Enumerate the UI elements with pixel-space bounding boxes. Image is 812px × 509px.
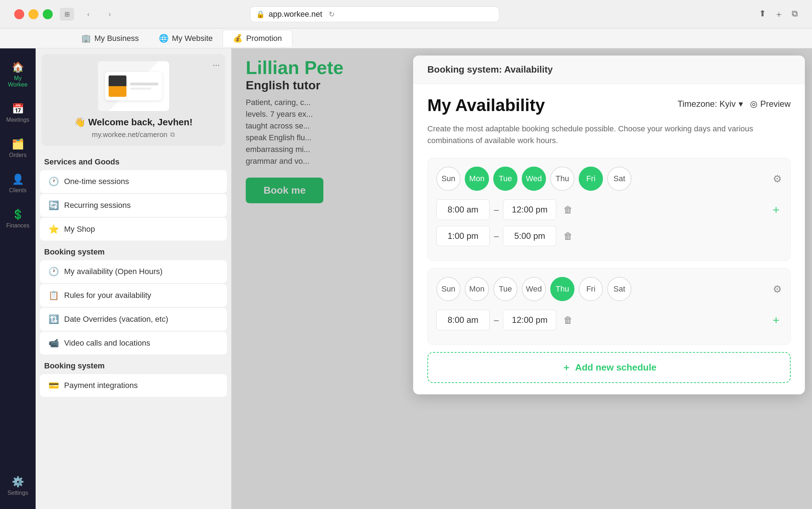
modal-header: Booking system: Availability — [413, 56, 805, 84]
time-dash-1-2: – — [494, 231, 499, 241]
day-wed-2[interactable]: Wed — [522, 277, 546, 301]
end-time-1-2[interactable]: 5:00 pm — [503, 226, 556, 246]
main-content: Lillian Pete English tutor Patient, cari… — [231, 48, 812, 509]
welcome-text: 👋 Welcome back, Jevhen! — [48, 117, 218, 128]
menu-item-one-time[interactable]: 🕐 One-time sessions — [40, 170, 227, 193]
day-sat-1[interactable]: Sat — [607, 167, 631, 191]
preview-button[interactable]: ◎ Preview — [750, 99, 791, 109]
maximize-button[interactable] — [43, 9, 53, 19]
tabs-icon[interactable]: ⧉ — [792, 9, 798, 20]
close-button[interactable] — [14, 9, 24, 19]
day-thu-1[interactable]: Thu — [550, 167, 574, 191]
delete-time-2-1[interactable]: 🗑 — [561, 312, 576, 329]
add-time-1[interactable]: ＋ — [770, 202, 782, 217]
clients-icon: 👤 — [12, 173, 24, 185]
menu-item-video-calls[interactable]: 📹 Video calls and locations — [40, 332, 227, 355]
plus-icon: ＋ — [562, 361, 571, 374]
browser-actions: ⬆ ＋ ⧉ — [759, 9, 798, 20]
chevron-down-icon: ▾ — [739, 99, 743, 109]
days-row-1: Sun Mon Tue Wed Thu Fri Sat ⚙ — [436, 167, 782, 191]
start-time-2-1[interactable]: 8:00 am — [436, 310, 490, 330]
day-mon-1[interactable]: Mon — [465, 167, 489, 191]
sidebar-item-orders[interactable]: 🗂️ Orders — [4, 132, 32, 164]
sidebar-item-clients[interactable]: 👤 Clients — [4, 168, 32, 199]
sidebar-item-finances[interactable]: 💲 Finances — [4, 203, 32, 235]
menu-item-availability[interactable]: 🕐 My availability (Open Hours) — [40, 260, 227, 283]
day-tue-2[interactable]: Tue — [493, 277, 517, 301]
copy-url-button[interactable]: ⧉ — [170, 131, 175, 138]
back-button[interactable]: ‹ — [81, 7, 95, 21]
preview-image — [98, 61, 169, 111]
preview-dial-icon: ◎ — [750, 99, 758, 109]
menu-item-payment[interactable]: 💳 Payment integrations — [40, 374, 227, 397]
sidebar-item-settings[interactable]: ⚙️ Settings — [4, 470, 32, 502]
clock-icon: 🕐 — [48, 177, 59, 187]
content-sidebar: ··· 👋 Welcome back, Jevhen! — [36, 48, 231, 509]
sidebar-item-meetings[interactable]: 📅 Meetings — [4, 97, 32, 129]
end-time-2-1[interactable]: 12:00 pm — [503, 310, 556, 330]
promotion-icon: 💰 — [233, 34, 243, 43]
profile-url: my.workee.net/cameron ⧉ — [48, 131, 218, 139]
reload-icon[interactable]: ↻ — [329, 10, 335, 19]
open-hours-icon: 🕐 — [48, 267, 59, 277]
section-booking-system: Booking system — [36, 242, 231, 259]
lock-icon: 🔒 — [256, 10, 265, 19]
schedule-settings-1[interactable]: ⚙ — [773, 173, 782, 185]
delete-time-1-1[interactable]: 🗑 — [561, 201, 576, 218]
delete-time-1-2[interactable]: 🗑 — [561, 228, 576, 245]
day-thu-2[interactable]: Thu — [550, 277, 574, 301]
availability-heading: My Availability — [427, 95, 545, 115]
add-time-2[interactable]: ＋ — [770, 312, 782, 328]
tab-my-business[interactable]: 🏢 My Business — [71, 30, 149, 47]
availability-description: Create the most adaptable booking schedu… — [427, 123, 791, 146]
recurring-icon: 🔄 — [48, 200, 59, 210]
modal-overlay: Booking system: Availability My Availabi… — [231, 48, 812, 509]
day-wed-1[interactable]: Wed — [522, 167, 546, 191]
menu-item-rules[interactable]: 📋 Rules for your availability — [40, 284, 227, 307]
day-sat-2[interactable]: Sat — [607, 277, 631, 301]
main-layout: 🏠 My Workee 📅 Meetings 🗂️ Orders 👤 Clien… — [0, 48, 812, 509]
meetings-icon: 📅 — [12, 103, 24, 115]
forward-button[interactable]: › — [103, 7, 117, 21]
payment-icon: 💳 — [48, 381, 59, 390]
overrides-icon: 🔃 — [48, 314, 59, 324]
home-icon: 🏠 — [12, 61, 24, 73]
day-fri-2[interactable]: Fri — [579, 277, 603, 301]
sidebar-item-my-workee[interactable]: 🏠 My Workee — [4, 56, 32, 94]
tab-my-website[interactable]: 🌐 My Website — [149, 30, 223, 47]
timezone-button[interactable]: Timezone: Kyiv ▾ — [677, 99, 743, 109]
traffic-lights — [14, 9, 53, 19]
day-mon-2[interactable]: Mon — [465, 277, 489, 301]
modal-title: Booking system: Availability — [427, 64, 791, 75]
start-time-1-1[interactable]: 8:00 am — [436, 199, 490, 220]
new-tab-icon[interactable]: ＋ — [775, 9, 783, 20]
minimize-button[interactable] — [28, 9, 38, 19]
menu-item-my-shop[interactable]: ⭐ My Shop — [40, 218, 227, 241]
day-fri-1[interactable]: Fri — [579, 167, 603, 191]
day-sun-1[interactable]: Sun — [436, 167, 460, 191]
profile-card: ··· 👋 Welcome back, Jevhen! — [41, 54, 225, 146]
end-time-1-1[interactable]: 12:00 pm — [503, 199, 556, 220]
tab-promotion[interactable]: 💰 Promotion — [223, 30, 292, 47]
menu-item-date-overrides[interactable]: 🔃 Date Overrides (vacation, etc) — [40, 308, 227, 331]
rules-icon: 📋 — [48, 290, 59, 300]
time-row-1-2: 1:00 pm – 5:00 pm 🗑 — [436, 226, 782, 246]
tab-bar: 🏢 My Business 🌐 My Website 💰 Promotion — [0, 28, 812, 48]
url-text: app.workee.net — [269, 10, 322, 19]
share-icon[interactable]: ⬆ — [759, 9, 766, 20]
website-preview — [98, 61, 169, 111]
schedule-settings-2[interactable]: ⚙ — [773, 283, 782, 295]
profile-options-button[interactable]: ··· — [213, 60, 220, 70]
day-sun-2[interactable]: Sun — [436, 277, 460, 301]
sidebar-toggle[interactable]: ⊞ — [60, 8, 74, 21]
start-time-1-2[interactable]: 1:00 pm — [436, 226, 490, 246]
availability-modal: Booking system: Availability My Availabi… — [413, 56, 805, 394]
finances-icon: 💲 — [12, 209, 24, 220]
add-schedule-button[interactable]: ＋ Add new schedule — [427, 352, 791, 383]
menu-item-recurring[interactable]: 🔄 Recurring sessions — [40, 194, 227, 217]
settings-icon: ⚙️ — [12, 476, 24, 488]
star-icon: ⭐ — [48, 224, 59, 234]
day-tue-1[interactable]: Tue — [493, 167, 517, 191]
address-bar[interactable]: 🔒 app.workee.net ↻ — [250, 6, 499, 22]
browser-chrome: ⊞ ‹ › 🔒 app.workee.net ↻ ⬆ ＋ ⧉ — [0, 0, 812, 28]
